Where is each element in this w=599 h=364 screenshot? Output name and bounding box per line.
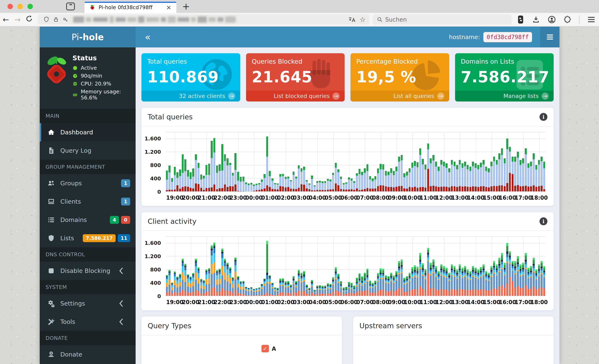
bar — [525, 132, 527, 191]
close-tab-icon[interactable]: × — [165, 4, 173, 11]
home-icon — [47, 129, 55, 136]
reload-button[interactable] — [23, 15, 35, 24]
bar — [438, 132, 440, 191]
bar — [393, 236, 395, 296]
hostname-label: hostname: — [449, 34, 480, 41]
bar — [255, 132, 258, 191]
header-hamburger-icon — [546, 34, 554, 40]
bar — [385, 236, 387, 296]
bar — [179, 236, 181, 296]
sidebar-item-dashboard[interactable]: Dashboard — [40, 123, 136, 142]
bar — [477, 132, 479, 191]
bar — [303, 132, 305, 191]
bar — [332, 132, 334, 191]
card-footer-link[interactable]: List blocked queries→ — [246, 90, 345, 101]
new-tab-button[interactable]: + — [182, 2, 190, 11]
pihole-favicon-icon — [89, 4, 95, 10]
pihole-logo[interactable]: Pi-hole — [40, 27, 136, 47]
sidebar-item-settings[interactable]: Settings — [40, 294, 136, 313]
card-footer-link[interactable]: 32 active clients→ — [141, 90, 240, 101]
sidebar-item-disable-blocking[interactable]: Disable Blocking — [40, 262, 136, 280]
card-domains-on-lists: Domains on Lists7.586.217Manage lists→ — [455, 53, 554, 101]
toolbar-divider — [579, 15, 580, 24]
bar — [398, 236, 400, 296]
bar — [255, 236, 258, 296]
bar — [543, 132, 545, 191]
close-window-button[interactable] — [8, 4, 13, 9]
sidebar-item-donate[interactable]: $Donate — [40, 345, 136, 364]
bar — [279, 132, 282, 191]
password-manager-icon[interactable] — [517, 15, 524, 24]
info-icon[interactable]: i — [539, 113, 547, 121]
forward-button[interactable]: → — [12, 15, 23, 24]
bar — [409, 132, 411, 191]
url-bar[interactable]: ☆ — [38, 15, 369, 25]
bar — [530, 132, 532, 191]
bar — [493, 132, 495, 191]
bar — [219, 236, 221, 296]
zoom-window-button[interactable] — [27, 4, 33, 9]
browser-tab[interactable]: Pi-hole 0fd38cd798ff × — [84, 2, 176, 13]
shield-permissions-icon[interactable] — [43, 17, 50, 23]
bar — [480, 132, 482, 191]
bar — [198, 132, 200, 191]
query-types-legend-item[interactable]: ✓ A — [168, 345, 342, 352]
sidebar-item-domains[interactable]: Domains40 — [40, 211, 136, 229]
bar — [406, 132, 408, 191]
menu-icon[interactable] — [587, 16, 595, 23]
back-button[interactable]: ← — [0, 15, 12, 24]
bar — [174, 236, 176, 296]
search-bar[interactable]: Suchen — [373, 15, 512, 25]
firefox-view-icon[interactable] — [66, 2, 75, 10]
sidebar-item-lists[interactable]: Lists7.586.21711 — [40, 229, 136, 247]
total-queries-chart[interactable]: 04008001.2001.60019:0020:0021:0022:0023:… — [146, 132, 546, 204]
translate-icon[interactable] — [348, 16, 356, 23]
bar — [258, 132, 260, 191]
downloads-icon[interactable] — [532, 16, 540, 24]
account-icon[interactable] — [548, 16, 556, 24]
sidebar-item-query-log[interactable]: Query Log — [40, 142, 136, 160]
window-controls — [8, 4, 33, 9]
file-icon — [47, 147, 55, 154]
bar — [432, 236, 434, 296]
bar — [343, 236, 345, 296]
header-menu-button[interactable] — [540, 27, 559, 47]
sidebar-menu: MAINDashboardQuery LogGROUP MANAGEMENTGr… — [40, 109, 136, 364]
bar — [224, 132, 226, 191]
card-footer-link[interactable]: Manage lists→ — [455, 90, 554, 101]
bar — [417, 236, 419, 296]
sidebar-item-groups[interactable]: Groups1 — [40, 174, 136, 192]
sidebar-collapse-button[interactable]: « — [136, 31, 160, 43]
list-icon — [47, 216, 55, 224]
bar — [498, 236, 500, 296]
sidebar-item-clients[interactable]: Clients1 — [40, 192, 136, 211]
bar — [174, 132, 176, 191]
card-footer-link[interactable]: List all queries→ — [351, 90, 449, 101]
key-icon[interactable] — [62, 17, 69, 23]
sidebar-item-tools[interactable]: Tools — [40, 313, 136, 331]
bar — [469, 132, 472, 191]
bar — [488, 236, 490, 296]
bar — [535, 236, 537, 296]
bar — [398, 132, 400, 191]
gauge-icon — [72, 73, 78, 79]
bar — [253, 236, 255, 296]
client-activity-chart[interactable]: 04008001.2001.60019:0020:0021:0022:0023:… — [146, 236, 546, 308]
bar — [227, 236, 229, 296]
bar — [195, 132, 197, 191]
bar — [308, 132, 310, 191]
search-icon — [377, 17, 383, 22]
extensions-icon[interactable] — [564, 16, 571, 24]
bookmark-star-icon[interactable]: ☆ — [360, 16, 366, 24]
info-icon[interactable]: i — [539, 217, 547, 225]
legend-checkbox[interactable]: ✓ — [261, 345, 269, 352]
bar — [377, 132, 379, 191]
bar — [324, 132, 326, 191]
bar — [327, 132, 329, 191]
lock-icon[interactable] — [53, 17, 59, 23]
bar — [454, 132, 456, 191]
bar — [345, 236, 347, 296]
chevron-left-icon — [117, 267, 125, 275]
minimize-window-button[interactable] — [18, 4, 23, 9]
bar — [171, 236, 173, 296]
